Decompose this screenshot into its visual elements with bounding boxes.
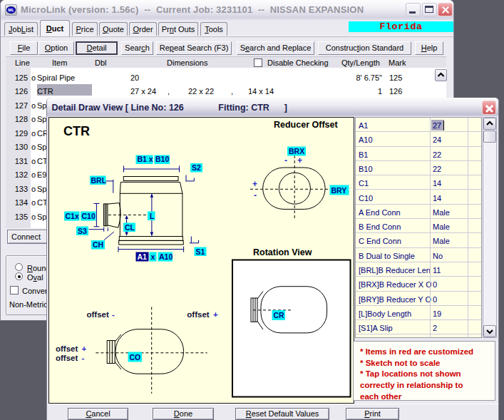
svg-text:CR: CR bbox=[274, 311, 285, 319]
svg-text:-: - bbox=[82, 354, 85, 362]
svg-text:CH: CH bbox=[93, 240, 103, 249]
svg-text:CO: CO bbox=[130, 353, 141, 362]
svg-text:L: L bbox=[150, 212, 155, 220]
svg-text:offset: offset bbox=[187, 310, 209, 319]
svg-text:BRX: BRX bbox=[289, 147, 304, 155]
svg-text:-: - bbox=[112, 310, 115, 319]
svg-text:S1: S1 bbox=[196, 247, 205, 256]
svg-text:A10: A10 bbox=[159, 252, 173, 261]
svg-text:BRY: BRY bbox=[331, 186, 347, 195]
svg-text:offset: offset bbox=[56, 344, 78, 353]
svg-text:-: - bbox=[254, 190, 257, 200]
svg-text:B1 x: B1 x bbox=[138, 155, 153, 163]
svg-text:A1: A1 bbox=[138, 252, 148, 261]
svg-text:x: x bbox=[151, 252, 155, 261]
svg-text:BRL: BRL bbox=[91, 176, 107, 185]
svg-text:CTR: CTR bbox=[63, 124, 90, 138]
svg-text:+: + bbox=[252, 179, 257, 189]
svg-text:S3: S3 bbox=[78, 227, 87, 235]
svg-text:-: - bbox=[284, 155, 287, 165]
svg-text:+: + bbox=[213, 310, 218, 319]
svg-text:Rotation View: Rotation View bbox=[253, 247, 312, 257]
svg-text:CL: CL bbox=[125, 223, 135, 232]
svg-text:C10: C10 bbox=[82, 212, 96, 220]
svg-text:B10: B10 bbox=[155, 155, 169, 163]
svg-text:+: + bbox=[297, 155, 302, 165]
svg-text:+: + bbox=[82, 344, 87, 353]
svg-text:Reducer Offset: Reducer Offset bbox=[274, 120, 338, 130]
svg-text:offset: offset bbox=[56, 354, 78, 362]
svg-text:S2: S2 bbox=[192, 163, 201, 172]
svg-text:C1x: C1x bbox=[66, 212, 79, 220]
svg-text:offset: offset bbox=[87, 310, 109, 319]
